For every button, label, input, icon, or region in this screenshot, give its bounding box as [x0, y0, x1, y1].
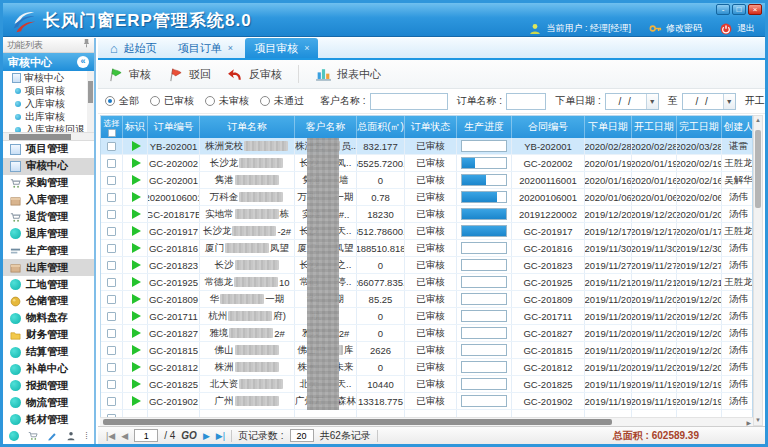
vertical-scrollbar[interactable]: ▲ ▼	[753, 115, 763, 426]
close-tab-icon[interactable]: ×	[228, 38, 233, 58]
column-header-4[interactable]: 客户名称	[295, 116, 357, 138]
pen-icon[interactable]	[47, 431, 57, 441]
sidebar-module-5[interactable]: 退库管理	[3, 225, 94, 242]
chevron-down-icon[interactable]: ▼	[646, 94, 658, 109]
select-all-checkbox[interactable]	[108, 129, 116, 137]
radio-label-2[interactable]: 未审核	[219, 94, 249, 108]
row-checkbox[interactable]	[107, 380, 116, 389]
column-header-2[interactable]: 订单编号	[148, 116, 200, 138]
sidebar-module-12[interactable]: 结算管理	[3, 344, 94, 361]
radio-2[interactable]	[205, 96, 215, 106]
radio-label-1[interactable]: 已审核	[164, 94, 194, 108]
table-row[interactable]: GC-201825北大资北大天..10440已审核GC-2018252019/1…	[101, 376, 752, 393]
cart-icon[interactable]	[28, 431, 38, 441]
column-header-8[interactable]: 合同编号	[512, 116, 585, 138]
row-checkbox[interactable]	[107, 193, 116, 202]
radio-label-3[interactable]: 未通过	[274, 94, 304, 108]
collapse-icon[interactable]: «	[77, 56, 89, 68]
page-number-input[interactable]	[134, 429, 158, 442]
column-header-7[interactable]: 生产进度	[457, 116, 512, 138]
row-checkbox[interactable]	[107, 312, 116, 321]
tree-vertical-scrollbar[interactable]	[87, 71, 94, 132]
scroll-up-icon[interactable]: ▲	[754, 116, 762, 125]
minimize-button[interactable]: -	[716, 4, 730, 15]
row-checkbox[interactable]	[107, 142, 116, 151]
radio-1[interactable]	[150, 96, 160, 106]
person-icon[interactable]	[66, 431, 76, 441]
tree-item-3[interactable]: 入库审核回退	[3, 123, 94, 133]
row-checkbox[interactable]	[107, 346, 116, 355]
prev-page-icon[interactable]: ◀	[121, 431, 128, 441]
row-checkbox[interactable]	[107, 244, 116, 253]
column-header-6[interactable]: 订单状态	[405, 116, 457, 138]
tab-home[interactable]: ⌂起始页	[101, 38, 166, 58]
row-checkbox[interactable]	[107, 329, 116, 338]
radio-label-0[interactable]: 全部	[119, 94, 139, 108]
toolbar-button-3[interactable]: 报表中心	[315, 67, 381, 82]
logout-link[interactable]: 退出	[737, 22, 755, 35]
sidebar-module-16[interactable]: 耗材管理	[3, 411, 94, 428]
sidebar-module-10[interactable]: 物料盘存	[3, 310, 94, 327]
radio-3[interactable]	[260, 96, 270, 106]
table-row[interactable]: GC-201812株洲株洲未来0已审核GC-2018122019/11/2020…	[101, 359, 752, 376]
sidebar-module-6[interactable]: 生产管理	[3, 242, 94, 259]
sidebar-module-9[interactable]: 仓储管理	[3, 293, 94, 310]
toolbar-button-2[interactable]: 反审核	[227, 67, 282, 82]
column-header-9[interactable]: 下单日期	[585, 116, 632, 138]
maximize-button[interactable]: □	[732, 4, 746, 15]
close-button[interactable]: ×	[748, 4, 762, 15]
scroll-down-icon[interactable]: ▼	[754, 416, 762, 425]
row-checkbox[interactable]	[107, 278, 116, 287]
radio-0[interactable]	[105, 96, 115, 106]
table-row[interactable]: GC-201917长沙龙-2#长沙天..8512.78600..已审核GC-20…	[101, 223, 752, 240]
tree-item-2[interactable]: 出库审核	[3, 110, 94, 123]
horizontal-scroll-thumb[interactable]	[103, 419, 612, 425]
sidebar-module-7[interactable]: 出库管理	[3, 259, 94, 276]
sidebar-group-header[interactable]: 审核中心 «	[3, 53, 94, 71]
scroll-right-icon[interactable]: ▶	[746, 419, 751, 426]
tree-item-0[interactable]: 项目审核	[3, 84, 94, 97]
tree-item-1[interactable]: 入库审核	[3, 97, 94, 110]
page-size-input[interactable]	[290, 429, 314, 442]
table-row[interactable]: GC-202002长沙龙长沙凤..65525.7200..已审核GC-20200…	[101, 155, 752, 172]
chevron-down-icon[interactable]: ▼	[723, 94, 735, 109]
tab-inactive-1[interactable]: 项目订单×	[169, 38, 242, 58]
horizontal-scrollbar[interactable]: ▶	[100, 417, 753, 426]
table-row[interactable]: GC-201902广州广州万森林13318.775已审核GC-201902201…	[101, 393, 752, 410]
sidebar-module-14[interactable]: 报损管理	[3, 377, 94, 394]
table-row[interactable]: GC-201925常德龙10常德停..266077.835..已审核GC-201…	[101, 274, 752, 291]
order-name-input[interactable]	[506, 93, 546, 110]
tree-root[interactable]: 审核中心	[3, 71, 94, 84]
table-row[interactable]: 20200106001万科金万科一期0.78已审核202001060012020…	[101, 189, 752, 206]
table-row[interactable]: GC-201827雅境2#雅境2#0已审核GC-2018272019/11/20…	[101, 325, 752, 342]
table-row[interactable]: YB-202001株洲党校株洲党员..832.177已审核YB-20200120…	[101, 138, 752, 155]
table-row[interactable]: GC-201809华一期华期85.25已审核GC-2018092019/11/2…	[101, 291, 752, 308]
toolbar-button-1[interactable]: 驳回	[167, 67, 211, 82]
overflow-icon[interactable]: ⁞	[85, 431, 88, 441]
table-row[interactable]: GC-201711杭州府)杭0已审核GC-2017112019/11/20201…	[101, 308, 752, 325]
column-header-1[interactable]: 标识	[123, 116, 148, 138]
sidebar-module-13[interactable]: 补单中心	[3, 361, 94, 378]
column-header-12[interactable]: 创建人	[722, 116, 753, 138]
last-page-icon[interactable]: ▶|	[216, 431, 225, 441]
column-header-11[interactable]: 完工日期	[677, 116, 722, 138]
sidebar-module-8[interactable]: 工地管理	[3, 276, 94, 293]
row-checkbox[interactable]	[107, 210, 116, 219]
tree-horizontal-scrollbar[interactable]	[3, 133, 94, 141]
order-date-input[interactable]: / /▼	[605, 93, 659, 110]
toolbar-button-0[interactable]: 审核	[107, 67, 151, 82]
column-header-10[interactable]: 开工日期	[632, 116, 677, 138]
change-password-link[interactable]: 修改密码	[666, 22, 702, 35]
column-header-3[interactable]: 订单名称	[200, 116, 295, 138]
sidebar-module-2[interactable]: 采购管理	[3, 175, 94, 192]
close-tab-icon[interactable]: ×	[304, 38, 309, 58]
row-checkbox[interactable]	[107, 159, 116, 168]
row-checkbox[interactable]	[107, 397, 116, 406]
table-row[interactable]: GC-201815佛山佛山中库2626已审核GC-2018152019/11/2…	[101, 342, 752, 359]
sidebar-module-1[interactable]: 审核中心	[3, 158, 94, 175]
row-checkbox[interactable]	[107, 261, 116, 270]
column-header-5[interactable]: 总面积(㎡)	[357, 116, 405, 138]
row-checkbox[interactable]	[107, 176, 116, 185]
vertical-scroll-thumb[interactable]	[755, 130, 761, 208]
dot-icon[interactable]	[9, 431, 19, 441]
